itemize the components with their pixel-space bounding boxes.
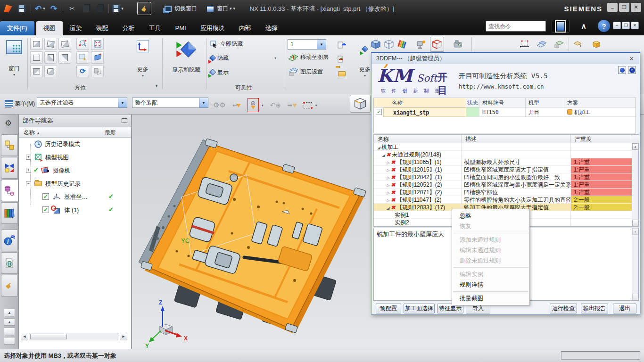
shaded-mode-button[interactable] (350, 95, 371, 113)
measure-button[interactable] (519, 38, 531, 50)
view-trimetric-button[interactable] (30, 38, 43, 50)
touch-mode-button[interactable]: ☛ (137, 2, 151, 15)
user-button[interactable] (618, 66, 626, 74)
rect-select-dropdown[interactable]: ▾ (315, 103, 317, 107)
selection-filter-combo[interactable]: 无选择过滤器 ▼ (37, 98, 127, 108)
constraint-navigator-tab[interactable] (1, 157, 18, 179)
undo-button[interactable]: ↶▾ (34, 2, 46, 15)
layer-visible-in-view-button[interactable] (336, 39, 348, 51)
tree-row-model-history[interactable]: − 模型历史记录 (19, 177, 131, 190)
resource-scroll-down[interactable] (4, 328, 15, 335)
resource-scroll-up[interactable]: ▲ (4, 318, 15, 326)
expand-plus-icon[interactable]: + (26, 155, 31, 160)
view-isometric-button[interactable] (58, 38, 71, 50)
col-header-name[interactable]: 名称 (374, 98, 466, 107)
doc-minimize-button[interactable]: – (613, 22, 621, 29)
expand-minus-icon[interactable]: − (26, 181, 31, 186)
clip-section-button[interactable] (571, 38, 584, 50)
column-name[interactable]: 名称 ▲ (24, 129, 40, 137)
qat-customize-arrow[interactable]: ▾ (233, 6, 236, 11)
rule-row-11065[interactable]: ▷✖【规则11065】(1) 模型漏标最大外形尺寸 1:严重 (374, 158, 632, 166)
selection-scope-combo[interactable]: 整个装配 ▼ (132, 98, 208, 108)
rotate-view-button[interactable]: ⟳ (76, 65, 89, 77)
layer-folder-button[interactable] (336, 67, 348, 80)
gears-icon[interactable]: ⚙⚙ (213, 101, 226, 109)
tree-row-model-views[interactable]: + 模型视图 (19, 151, 131, 164)
orient-group-dialog-arrow[interactable]: ▾ (156, 84, 157, 88)
layers-stack-button[interactable] (536, 38, 548, 50)
tab-pmi[interactable]: PMI (168, 21, 193, 35)
switch-window-button[interactable]: 切换窗口 (163, 2, 197, 15)
shaded-display-button[interactable] (370, 38, 382, 50)
layer-category-button[interactable] (336, 53, 348, 66)
detail-scroll-down[interactable] (632, 294, 638, 300)
checkbox-checked[interactable]: ✓ (42, 206, 49, 213)
scroll-thumb[interactable] (30, 334, 67, 339)
menu-item-rule-detail[interactable]: 规则详情 (452, 280, 529, 290)
part-checkbox[interactable]: ✓ (376, 109, 382, 115)
zoom-button[interactable] (76, 38, 89, 50)
snap-point-button-active[interactable]: ⊕ (248, 98, 259, 112)
close-button[interactable]: ✕ (631, 3, 641, 12)
view-top-button[interactable] (44, 38, 57, 50)
dialog-help-button[interactable]: ? (628, 66, 636, 74)
menu-item-batch-screenshot[interactable]: 批量截图 (452, 293, 529, 304)
rules-scrollbar[interactable]: ▲ (632, 143, 638, 226)
rules-col-severity[interactable]: 严重度 (571, 135, 632, 143)
tab-selection[interactable]: 选择 (258, 21, 285, 35)
save-button[interactable] (16, 2, 28, 15)
assembly-navigator-tab[interactable] (1, 134, 18, 156)
scroll-left-button[interactable]: ◀ (21, 333, 28, 340)
scroll-right-button[interactable]: ▶ (120, 333, 127, 340)
part-plan-cell[interactable]: 机加工 (564, 107, 636, 117)
part-name-cell[interactable]: xiangti_stp (383, 107, 466, 117)
rules-col-desc[interactable]: 描述 (462, 135, 571, 143)
save-as-dropdown[interactable]: ▾ (121, 6, 124, 11)
regenerate-button[interactable] (91, 65, 104, 77)
tree-row-camera[interactable]: + ✓ 摄像机 (19, 164, 131, 177)
col-header-plan[interactable]: 方案 (564, 98, 636, 107)
show-button[interactable]: 显示 (210, 68, 229, 76)
minimize-ribbon-button[interactable]: ∧ (574, 20, 593, 33)
rectangle-select-icon[interactable] (304, 102, 312, 108)
rule-row-failed-group[interactable]: ◢✖未通过规则(20/148) (374, 151, 632, 158)
pan-button[interactable]: ✦ (76, 51, 89, 64)
dialog-titlebar[interactable]: 3DDFM--- （超级管理员） ✕ (372, 53, 639, 64)
studio-display-button[interactable] (415, 38, 427, 50)
tree-row-history-mode[interactable]: 历史记录模式 (19, 138, 131, 151)
rotate-point-icon[interactable]: ↶⊕ (270, 101, 281, 109)
part-material-cell[interactable]: HT150 (479, 107, 526, 117)
tree-row-datum-csys[interactable]: ✓ 基准坐… ✓ (19, 190, 131, 204)
tree-row-body[interactable]: ✓ 体 (1) ✓ (19, 204, 131, 217)
navigator-hscrollbar[interactable]: ◀ ▶ (21, 332, 127, 340)
command-finder[interactable] (486, 21, 546, 32)
restore-button[interactable]: ❐ (619, 3, 629, 12)
resource-gear-icon[interactable]: ⚙ (5, 118, 12, 128)
col-header-material[interactable]: 材料牌号 (479, 98, 526, 107)
rule-row-11047[interactable]: ▷✖【规则11047】(2) 零件的槽腔转角的大小决定加工刀具的直径... 2:… (374, 196, 632, 204)
layer-settings-button[interactable]: 图层设置 (289, 67, 323, 76)
selection-filter-dropdown[interactable]: ▼ (118, 98, 127, 107)
column-latest[interactable]: 最新 (105, 129, 116, 137)
undo-dropdown[interactable]: ▾ (43, 6, 45, 11)
tab-tools[interactable]: 工具 (142, 21, 168, 35)
hide-button[interactable]: 隐藏 (210, 54, 229, 62)
history-tab[interactable] (1, 252, 18, 274)
immediate-hide-button[interactable]: 立即隐藏 (210, 40, 243, 48)
preconfig-button[interactable]: 预配置 (376, 304, 401, 313)
help-button[interactable]: ? (598, 20, 610, 32)
doc-restore-button[interactable]: ❐ (622, 22, 630, 29)
orient-funnel-icon[interactable]: ➥ (287, 102, 297, 109)
tab-view[interactable]: 视图 (36, 21, 63, 35)
dialog-close-icon[interactable]: ✕ (629, 55, 634, 62)
machining-face-button[interactable]: 加工面选择 (404, 304, 435, 313)
paste-button[interactable] (93, 2, 106, 15)
selection-scope-dropdown[interactable]: ▼ (199, 98, 208, 107)
rule-row-12042[interactable]: ▷✖【规则12042】(1) 凹槽立面间同层的小过渡圆角最好一致 1:严重 (374, 173, 632, 181)
layers-settings2-button[interactable] (553, 38, 565, 50)
machining-display-button[interactable] (452, 38, 464, 50)
tab-analysis[interactable]: 分析 (116, 21, 142, 35)
rules-col-name[interactable]: 名称 (374, 135, 462, 143)
show-hide-button[interactable]: 显示和隐藏 (165, 38, 207, 74)
tab-file[interactable]: 文件(F) (0, 21, 34, 35)
